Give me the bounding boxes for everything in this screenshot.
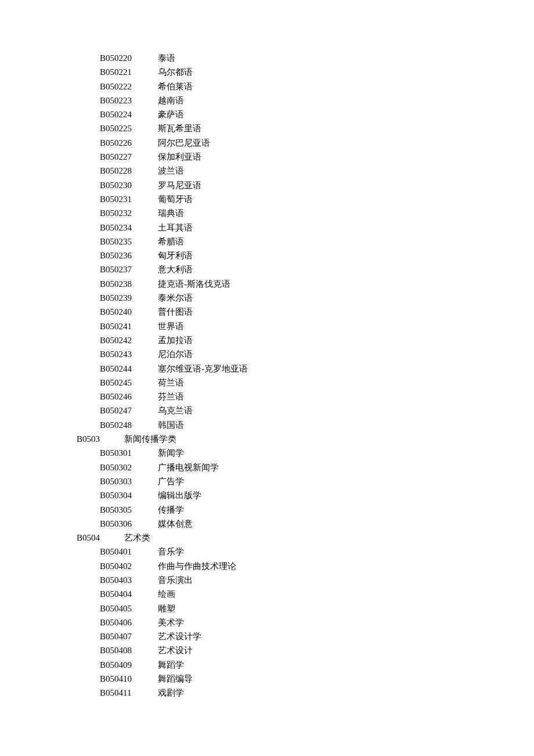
specialty-row: B050231葡萄牙语 [77, 192, 534, 206]
specialty-row: B050234土耳其语 [77, 221, 534, 235]
code: B050245 [100, 376, 158, 390]
specialty-row: B050230罗马尼亚语 [77, 178, 534, 192]
code: B050241 [100, 319, 158, 333]
specialty-row: B050246芬兰语 [77, 390, 534, 404]
specialty-row: B050245荷兰语 [77, 376, 534, 390]
name: 希伯莱语 [158, 80, 193, 93]
code: B050244 [100, 362, 158, 376]
code: B050406 [100, 615, 158, 629]
code: B050248 [100, 418, 158, 432]
code: B050237 [100, 262, 158, 276]
specialty-row: B050238捷克语-斯洛伐克语 [77, 277, 534, 291]
code: B050226 [100, 136, 158, 150]
name: 绘画 [158, 587, 175, 601]
name: 泰语 [158, 51, 175, 65]
code: B050236 [100, 249, 158, 262]
code: B050247 [100, 404, 158, 417]
specialty-row: B050222希伯莱语 [77, 80, 534, 93]
code: B050409 [100, 658, 158, 672]
specialty-row: B050411戏剧学 [77, 686, 534, 700]
specialty-row: B050407艺术设计学 [77, 629, 534, 643]
specialty-row: B050301新闻学 [77, 446, 534, 460]
code: B050408 [100, 643, 158, 657]
name: 戏剧学 [158, 686, 184, 700]
specialty-row: B050225斯瓦希里语 [77, 121, 534, 135]
code: B050301 [100, 446, 158, 460]
name: 雕塑 [158, 602, 175, 615]
specialty-row: B050232瑞典语 [77, 206, 534, 220]
name: 意大利语 [158, 262, 193, 276]
specialty-row: B050408艺术设计 [77, 643, 534, 657]
specialty-row: B050226阿尔巴尼亚语 [77, 136, 534, 150]
name: 韩国语 [158, 418, 184, 432]
name: 泰米尔语 [158, 291, 193, 305]
code: B050411 [100, 686, 158, 700]
specialty-row: B050240普什图语 [77, 305, 534, 319]
code: B050404 [100, 587, 158, 601]
code: B050220 [100, 51, 158, 65]
name: 孟加拉语 [158, 333, 193, 347]
specialty-row: B050228波兰语 [77, 164, 534, 178]
specialty-row: B050239泰米尔语 [77, 291, 534, 305]
code: B050410 [100, 672, 158, 686]
name: 音乐学 [158, 545, 184, 559]
name: 新闻学 [158, 446, 184, 460]
code: B050225 [100, 121, 158, 135]
name: 希腊语 [158, 235, 184, 249]
specialty-row: B050235希腊语 [77, 235, 534, 249]
name: 波兰语 [158, 164, 184, 178]
specialty-row: B050405雕塑 [77, 602, 534, 615]
specialty-row: B050302广播电视新闻学 [77, 460, 534, 474]
code: B050227 [100, 150, 158, 164]
name: 捷克语-斯洛伐克语 [158, 277, 230, 291]
code: B050221 [100, 65, 158, 79]
name: 越南语 [158, 93, 184, 107]
name: 作曲与作曲技术理论 [158, 559, 236, 573]
specialty-row: B050248韩国语 [77, 418, 534, 432]
code: B050407 [100, 629, 158, 643]
specialty-row: B050223越南语 [77, 93, 534, 107]
specialty-row: B050409舞蹈学 [77, 658, 534, 672]
code: B0504 [77, 531, 124, 545]
name: 葡萄牙语 [158, 192, 193, 206]
name: 豪萨语 [158, 107, 184, 121]
name: 舞蹈学 [158, 658, 184, 672]
specialty-list: B050220泰语B050221乌尔都语B050222希伯莱语B050223越南… [77, 51, 534, 700]
category-row: B0504艺术类 [77, 531, 534, 545]
code: B050239 [100, 291, 158, 305]
code: B050234 [100, 221, 158, 235]
code: B050305 [100, 503, 158, 517]
specialty-row: B050306媒体创意 [77, 517, 534, 531]
name: 阿尔巴尼亚语 [158, 136, 210, 150]
name: 艺术类 [124, 531, 150, 545]
name: 塞尔维亚语-克罗地亚语 [158, 362, 248, 376]
specialty-row: B050221乌尔都语 [77, 65, 534, 79]
code: B050240 [100, 305, 158, 319]
name: 芬兰语 [158, 390, 184, 404]
specialty-row: B050243尼泊尔语 [77, 347, 534, 361]
code: B050303 [100, 474, 158, 488]
specialty-row: B050303广告学 [77, 474, 534, 488]
specialty-row: B050406美术学 [77, 615, 534, 629]
name: 艺术设计学 [158, 629, 201, 643]
code: B050401 [100, 545, 158, 559]
code: B050304 [100, 488, 158, 502]
code: B050306 [100, 517, 158, 531]
code: B050224 [100, 107, 158, 121]
code: B050235 [100, 235, 158, 249]
category-row: B0503新闻传播学类 [77, 432, 534, 446]
name: 艺术设计 [158, 643, 193, 657]
code: B050228 [100, 164, 158, 178]
name: 保加利亚语 [158, 150, 201, 164]
name: 新闻传播学类 [124, 432, 176, 446]
code: B050246 [100, 390, 158, 404]
specialty-row: B050402作曲与作曲技术理论 [77, 559, 534, 573]
specialty-row: B050244塞尔维亚语-克罗地亚语 [77, 362, 534, 376]
specialty-row: B050404绘画 [77, 587, 534, 601]
specialty-row: B050242孟加拉语 [77, 333, 534, 347]
code: B050231 [100, 192, 158, 206]
code: B050402 [100, 559, 158, 573]
name: 世界语 [158, 319, 184, 333]
name: 匈牙利语 [158, 249, 193, 262]
name: 普什图语 [158, 305, 193, 319]
